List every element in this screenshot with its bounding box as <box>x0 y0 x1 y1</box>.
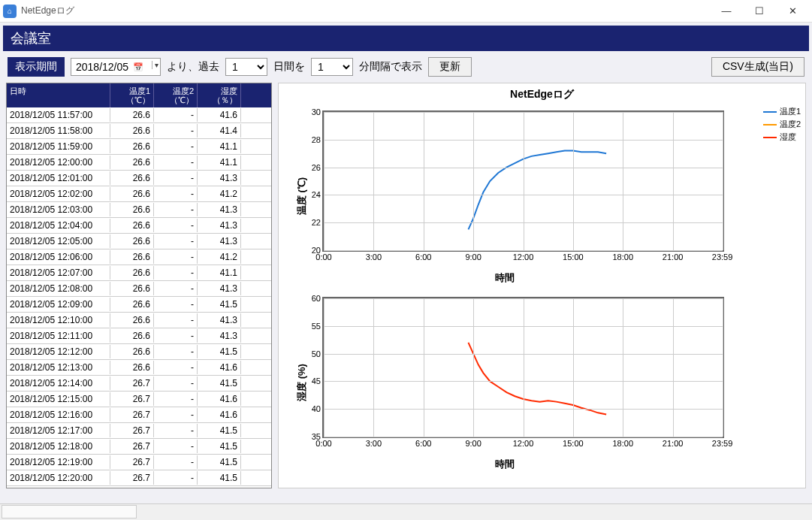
cell-temp2: - <box>154 234 198 248</box>
cell-humidity: 41.5 <box>198 345 241 358</box>
cell-date: 2018/12/05 12:14:00 <box>7 376 110 390</box>
xtick: 15:00 <box>563 250 584 262</box>
cell-temp1: 26.6 <box>110 203 154 216</box>
cell-humidity: 41.5 <box>198 455 241 469</box>
temperature-chart: 温度 (℃) 2022242628300:003:006:009:0012:00… <box>285 103 799 289</box>
cell-humidity: 41.4 <box>198 124 241 138</box>
table-row[interactable]: 2018/12/05 12:15:0026.7-41.6 <box>7 392 271 407</box>
data-table: 日時 温度1 （℃） 温度2 （℃） 湿度 （％） 2018/12/05 11:… <box>6 83 272 488</box>
table-row[interactable]: 2018/12/05 12:09:0026.6-41.5 <box>7 297 271 313</box>
cell-temp1: 26.6 <box>110 108 154 122</box>
table-row[interactable]: 2018/12/05 11:57:0026.6-41.6 <box>7 107 271 123</box>
date-picker[interactable]: 2018/12/05 📅 <box>71 58 161 76</box>
cell-date: 2018/12/05 12:05:00 <box>7 234 110 248</box>
cell-humidity: 41.5 <box>198 298 241 311</box>
table-row[interactable]: 2018/12/05 12:03:0026.6-41.3 <box>7 202 271 218</box>
table-body[interactable]: 2018/12/05 11:57:0026.6-41.62018/12/05 1… <box>7 107 271 488</box>
cell-temp1: 26.7 <box>110 440 154 453</box>
cell-temp2: - <box>154 250 198 264</box>
ytick: 55 <box>312 322 324 331</box>
window-titlebar: ⌂ NetEdgeログ — ☐ ✕ <box>0 0 812 23</box>
interval-select[interactable]: 1 <box>311 58 353 76</box>
cell-temp1: 26.6 <box>110 313 154 327</box>
table-row[interactable]: 2018/12/05 12:13:0026.6-41.6 <box>7 360 271 376</box>
cell-temp1: 26.6 <box>110 266 154 280</box>
cell-temp2: - <box>154 171 198 185</box>
cell-humidity: 41.2 <box>198 187 241 201</box>
th-temp1[interactable]: 温度1 （℃） <box>110 83 154 107</box>
cell-temp2: - <box>154 471 198 485</box>
table-row[interactable]: 2018/12/05 12:05:0026.6-41.3 <box>7 234 271 249</box>
table-row[interactable]: 2018/12/05 12:08:0026.6-41.3 <box>7 281 271 297</box>
minimize-button[interactable]: — <box>710 1 743 22</box>
table-row[interactable]: 2018/12/05 12:20:0026.7-41.5 <box>7 470 271 486</box>
cell-date: 2018/12/05 12:07:00 <box>7 266 110 280</box>
cell-temp2: - <box>154 203 198 216</box>
cell-temp2: - <box>154 408 198 422</box>
chart-area-temp: 2022242628300:003:006:009:0012:0015:0018… <box>322 110 724 252</box>
cell-temp1: 26.6 <box>110 298 154 311</box>
table-row[interactable]: 2018/12/05 12:18:0026.7-41.5 <box>7 439 271 455</box>
cell-temp2: - <box>154 219 198 232</box>
cell-temp2: - <box>154 266 198 280</box>
table-row[interactable]: 2018/12/05 12:11:0026.6-41.3 <box>7 328 271 344</box>
th-humidity[interactable]: 湿度 （％） <box>198 83 241 107</box>
app-icon: ⌂ <box>3 5 17 18</box>
cell-humidity: 41.6 <box>198 392 241 406</box>
xtick: 9:00 <box>465 250 481 262</box>
xtick: 12:00 <box>513 437 534 448</box>
cell-humidity: 41.6 <box>198 361 241 374</box>
table-row[interactable]: 2018/12/05 12:16:0026.7-41.6 <box>7 407 271 423</box>
xtick: 9:00 <box>465 437 481 448</box>
ytick: 40 <box>312 404 324 413</box>
cell-date: 2018/12/05 12:06:00 <box>7 250 110 264</box>
table-row[interactable]: 2018/12/05 12:17:0026.7-41.5 <box>7 423 271 439</box>
table-row[interactable]: 2018/12/05 12:14:0026.7-41.5 <box>7 376 271 392</box>
table-row[interactable]: 2018/12/05 11:59:0026.6-41.1 <box>7 139 271 155</box>
cell-temp1: 26.7 <box>110 455 154 469</box>
status-bar <box>0 503 812 520</box>
th-date[interactable]: 日時 <box>7 83 110 107</box>
table-row[interactable]: 2018/12/05 12:07:0026.6-41.1 <box>7 265 271 281</box>
th-temp2[interactable]: 温度2 （℃） <box>154 83 198 107</box>
cell-humidity: 41.5 <box>198 376 241 390</box>
cell-date: 2018/12/05 12:10:00 <box>7 313 110 327</box>
cell-humidity: 41.3 <box>198 203 241 216</box>
cell-date: 2018/12/05 12:09:00 <box>7 298 110 311</box>
cell-humidity: 41.5 <box>198 471 241 485</box>
maximize-button[interactable]: ☐ <box>743 1 776 22</box>
xtick: 18:00 <box>612 437 633 448</box>
cell-temp2: - <box>154 313 198 327</box>
close-button[interactable]: ✕ <box>776 1 809 22</box>
xtick: 3:00 <box>366 250 382 262</box>
update-button[interactable]: 更新 <box>428 57 472 77</box>
cell-temp1: 26.6 <box>110 219 154 232</box>
table-row[interactable]: 2018/12/05 12:02:0026.6-41.2 <box>7 186 271 202</box>
cell-temp2: - <box>154 140 198 153</box>
cell-humidity: 41.5 <box>198 440 241 453</box>
chart-area-humidity: 3540455055600:003:006:009:0012:0015:0018… <box>322 297 724 438</box>
table-row[interactable]: 2018/12/05 12:01:0026.6-41.3 <box>7 171 271 186</box>
days-select[interactable]: 1 <box>225 58 267 76</box>
cell-date: 2018/12/05 12:13:00 <box>7 361 110 374</box>
cell-temp2: - <box>154 298 198 311</box>
table-row[interactable]: 2018/12/05 11:58:0026.6-41.4 <box>7 123 271 139</box>
table-row[interactable]: 2018/12/05 12:10:0026.6-41.3 <box>7 313 271 328</box>
cell-temp1: 26.7 <box>110 471 154 485</box>
table-row[interactable]: 2018/12/05 12:19:0026.7-41.5 <box>7 455 271 470</box>
cell-humidity: 41.3 <box>198 282 241 295</box>
ylabel-humidity: 湿度 (%) <box>295 364 309 401</box>
label-yori: より、過去 <box>167 60 219 74</box>
table-row[interactable]: 2018/12/05 12:00:0026.6-41.1 <box>7 155 271 171</box>
xtick: 12:00 <box>513 250 534 262</box>
xtick: 21:00 <box>663 250 684 262</box>
csv-button[interactable]: CSV生成(当日) <box>711 57 804 77</box>
cell-humidity: 41.3 <box>198 313 241 327</box>
table-row[interactable]: 2018/12/05 12:04:0026.6-41.3 <box>7 218 271 234</box>
table-row[interactable]: 2018/12/05 12:06:0026.6-41.2 <box>7 249 271 265</box>
period-label-button[interactable]: 表示期間 <box>8 57 65 77</box>
xtick: 0:00 <box>315 250 331 262</box>
humidity-chart: 湿度 (%) 3540455055600:003:006:009:0012:00… <box>285 289 799 476</box>
table-row[interactable]: 2018/12/05 12:12:0026.6-41.5 <box>7 344 271 360</box>
label-funkan: 分間隔で表示 <box>359 60 422 74</box>
